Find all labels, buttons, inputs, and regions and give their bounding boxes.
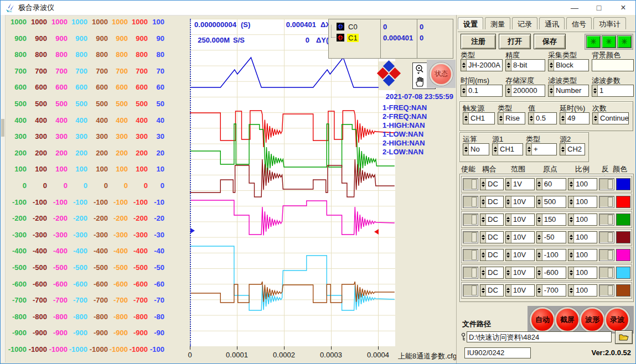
channel-7-invert-toggle[interactable] xyxy=(599,284,614,297)
spin-down-icon[interactable] xyxy=(537,185,541,189)
tab-功率计[interactable]: 功率计 xyxy=(593,17,626,29)
spin-down-icon[interactable] xyxy=(550,91,553,95)
channel-4-range[interactable]: 10V xyxy=(505,231,535,243)
acq-type-select[interactable]: Block xyxy=(548,59,589,71)
spin-down-icon[interactable] xyxy=(530,119,533,123)
depth-select-spinner[interactable] xyxy=(506,85,511,96)
spin-up-icon[interactable] xyxy=(506,180,510,184)
channel-6-coupling[interactable]: DC xyxy=(480,267,504,279)
spin-up-icon[interactable] xyxy=(482,197,485,201)
channel-7-scale-value[interactable]: 100 xyxy=(574,285,597,296)
spin-up-icon[interactable] xyxy=(482,215,485,219)
channel-3-range[interactable]: 10V xyxy=(505,214,535,226)
channel-2-range-value[interactable]: 10V xyxy=(511,196,534,207)
cursor-c1-marker[interactable] xyxy=(374,229,379,235)
channel-7-origin-spinner[interactable] xyxy=(537,285,542,296)
tab-信号[interactable]: 信号 xyxy=(566,17,592,29)
spin-down-icon[interactable] xyxy=(593,91,597,95)
channel-1-scale-spinner[interactable] xyxy=(568,179,574,190)
spin-up-icon[interactable] xyxy=(537,286,541,290)
spin-up-icon[interactable] xyxy=(482,251,485,254)
channel-2-color-swatch[interactable] xyxy=(616,196,630,208)
channel-5-range-value[interactable]: 10V xyxy=(511,249,534,261)
channel-1-color-swatch[interactable] xyxy=(616,178,630,190)
cursor-row-C1[interactable]: C1 xyxy=(330,32,379,43)
channel-6-invert-toggle-thumb[interactable] xyxy=(608,268,613,278)
channel-7-coupling[interactable]: DC xyxy=(480,284,504,297)
spin-up-icon[interactable] xyxy=(506,197,510,201)
spin-down-icon[interactable] xyxy=(537,202,541,206)
channel-5-origin-value[interactable]: -100 xyxy=(542,249,566,261)
channel-5-coupling-value[interactable]: DC xyxy=(486,249,503,261)
channel-1-coupling-value[interactable]: DC xyxy=(486,179,503,190)
channel-7-origin-value[interactable]: -700 xyxy=(542,285,566,296)
spin-up-icon[interactable] xyxy=(506,215,510,219)
left-scrollbar-thumb[interactable] xyxy=(1,119,4,137)
spin-down-icon[interactable] xyxy=(594,119,597,123)
channel-5-invert-toggle-thumb[interactable] xyxy=(608,250,613,260)
trig-type-select-spinner[interactable] xyxy=(498,113,504,124)
spin-up-icon[interactable] xyxy=(570,233,573,237)
channel-6-enable-toggle[interactable] xyxy=(463,267,478,279)
channel-7-coupling-value[interactable]: DC xyxy=(486,285,503,296)
spin-up-icon[interactable] xyxy=(464,114,468,118)
time-ms-select-value[interactable]: 0.1 xyxy=(467,85,502,96)
math-src1-select-spinner[interactable] xyxy=(493,144,498,155)
channel-6-enable-toggle-thumb[interactable] xyxy=(472,268,477,278)
channel-6-scale-spinner[interactable] xyxy=(568,267,574,278)
action-button-录波[interactable]: 录波 xyxy=(604,307,630,332)
channel-7-range[interactable]: 10V xyxy=(505,284,535,297)
math-src2-select-value[interactable]: CH2 xyxy=(566,144,585,155)
trig-source-select[interactable]: CH1 xyxy=(463,112,495,124)
channel-3-coupling-spinner[interactable] xyxy=(480,214,486,225)
button-保存[interactable]: 保存 xyxy=(534,34,566,49)
spin-up-icon[interactable] xyxy=(494,145,497,149)
spin-down-icon[interactable] xyxy=(506,238,510,242)
spin-up-icon[interactable] xyxy=(462,61,466,65)
channel-5-scale-spinner[interactable] xyxy=(568,249,574,261)
channel-2-coupling[interactable]: DC xyxy=(480,196,504,208)
button-注册[interactable]: 注册 xyxy=(461,34,496,49)
spin-down-icon[interactable] xyxy=(528,150,531,154)
channel-3-scale[interactable]: 100 xyxy=(568,214,597,226)
filter-type-select-spinner[interactable] xyxy=(549,85,554,96)
spin-up-icon[interactable] xyxy=(482,268,485,272)
channel-5-invert-toggle[interactable] xyxy=(599,249,614,261)
math-src1-select[interactable]: CH1 xyxy=(492,143,523,155)
channel-3-range-spinner[interactable] xyxy=(506,214,511,225)
channel-6-coupling-value[interactable]: DC xyxy=(486,267,503,278)
channel-4-coupling[interactable]: DC xyxy=(480,231,504,243)
channel-6-range-value[interactable]: 10V xyxy=(511,267,534,278)
math-src2-select-spinner[interactable] xyxy=(560,144,566,155)
channel-7-origin[interactable]: -700 xyxy=(536,284,567,297)
math-op-select-spinner[interactable] xyxy=(463,144,469,155)
channel-5-origin-spinner[interactable] xyxy=(537,249,542,261)
cursor-icon-C1[interactable] xyxy=(337,34,344,41)
spin-up-icon[interactable] xyxy=(550,61,553,65)
spin-up-icon[interactable] xyxy=(593,86,597,90)
trig-value-select[interactable]: 0.5 xyxy=(528,112,557,124)
spin-up-icon[interactable] xyxy=(507,86,510,90)
spin-up-icon[interactable] xyxy=(482,233,485,237)
channel-6-origin[interactable]: -600 xyxy=(536,267,567,279)
bg-color-swatch[interactable] xyxy=(592,59,634,71)
channel-4-origin[interactable]: -50 xyxy=(536,231,567,243)
spin-up-icon[interactable] xyxy=(506,233,510,237)
tab-设置[interactable]: 设置 xyxy=(458,17,483,29)
channel-2-range[interactable]: 10V xyxy=(505,196,535,208)
filter-param-select[interactable]: 1 xyxy=(592,85,634,97)
spin-down-icon[interactable] xyxy=(482,291,485,295)
channel-6-origin-value[interactable]: -600 xyxy=(542,267,566,278)
filter-param-select-spinner[interactable] xyxy=(592,85,598,96)
channel-4-origin-value[interactable]: -50 xyxy=(542,232,566,243)
channel-2-coupling-spinner[interactable] xyxy=(480,196,486,207)
channel-4-scale-spinner[interactable] xyxy=(568,232,574,243)
channel-7-invert-toggle-thumb[interactable] xyxy=(608,285,613,295)
tab-通讯[interactable]: 通讯 xyxy=(539,17,565,29)
channel-6-range[interactable]: 10V xyxy=(505,267,535,279)
channel-3-scale-value[interactable]: 100 xyxy=(574,214,597,225)
spin-down-icon[interactable] xyxy=(506,291,510,295)
spin-down-icon[interactable] xyxy=(462,91,466,95)
cursor-c0-marker[interactable] xyxy=(190,228,195,233)
channel-1-range[interactable]: 1V xyxy=(505,178,535,190)
